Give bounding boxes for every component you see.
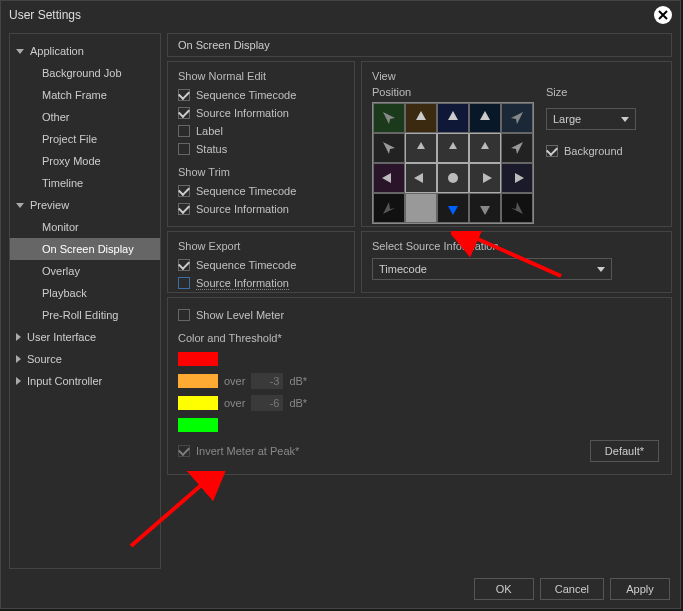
ssi-panel: Select Source Information Timecode	[361, 231, 672, 293]
export-title: Show Export	[178, 240, 344, 252]
swatch-orange[interactable]	[178, 374, 218, 388]
check-label[interactable]: Label	[178, 122, 344, 140]
ssi-title: Select Source Information	[372, 240, 661, 252]
check-trim-seq[interactable]: Sequence Timecode	[178, 182, 344, 200]
normal-edit-title: Show Normal Edit	[178, 70, 344, 82]
check-status[interactable]: Status	[178, 140, 344, 158]
color-threshold-label: Color and Threshold*	[178, 332, 661, 344]
sidebar-other[interactable]: Other	[10, 106, 160, 128]
size-select[interactable]: Large	[546, 108, 636, 130]
sidebar-monitor[interactable]: Monitor	[10, 216, 160, 238]
sidebar-proxy-mode[interactable]: Proxy Mode	[10, 150, 160, 172]
section-title: On Screen Display	[167, 33, 672, 57]
default-button[interactable]: Default*	[590, 440, 659, 462]
export-panel: Show Export Sequence Timecode Source Inf…	[167, 231, 355, 293]
svg-point-0	[448, 173, 458, 183]
ssi-select[interactable]: Timecode	[372, 258, 612, 280]
sidebar-preroll[interactable]: Pre-Roll Editing	[10, 304, 160, 326]
check-sequence-timecode[interactable]: Sequence Timecode	[178, 86, 344, 104]
trim-title: Show Trim	[178, 166, 344, 178]
apply-button[interactable]: Apply	[610, 578, 670, 600]
swatch-green[interactable]	[178, 418, 218, 432]
ok-button[interactable]: OK	[474, 578, 534, 600]
close-button[interactable]	[654, 6, 672, 24]
position-grid[interactable]	[372, 102, 534, 224]
swatch-red[interactable]	[178, 352, 218, 366]
sidebar-input-controller[interactable]: Input Controller	[10, 370, 160, 392]
sidebar-user-interface[interactable]: User Interface	[10, 326, 160, 348]
sidebar-project-file[interactable]: Project File	[10, 128, 160, 150]
threshold-2[interactable]	[251, 395, 283, 411]
check-source-information[interactable]: Source Information	[178, 104, 344, 122]
sidebar-match-frame[interactable]: Match Frame	[10, 84, 160, 106]
check-background[interactable]: Background	[546, 142, 636, 160]
sidebar-overlay[interactable]: Overlay	[10, 260, 160, 282]
check-invert-meter[interactable]: Invert Meter at Peak*	[178, 442, 661, 460]
sidebar-on-screen-display[interactable]: On Screen Display	[10, 238, 160, 260]
size-label: Size	[546, 86, 636, 98]
check-export-src[interactable]: Source Information	[178, 274, 344, 292]
cancel-button[interactable]: Cancel	[540, 578, 604, 600]
sidebar-background-job[interactable]: Background Job	[10, 62, 160, 84]
view-title: View	[372, 70, 661, 82]
sidebar-application[interactable]: Application	[10, 40, 160, 62]
position-label: Position	[372, 86, 534, 98]
sidebar-source[interactable]: Source	[10, 348, 160, 370]
sidebar-timeline[interactable]: Timeline	[10, 172, 160, 194]
check-show-level-meter[interactable]: Show Level Meter	[178, 306, 661, 324]
check-export-seq[interactable]: Sequence Timecode	[178, 256, 344, 274]
level-panel: Show Level Meter Color and Threshold* ov…	[167, 297, 672, 475]
dialog-title: User Settings	[9, 8, 81, 22]
threshold-1[interactable]	[251, 373, 283, 389]
check-trim-src[interactable]: Source Information	[178, 200, 344, 218]
view-panel: View Position	[361, 61, 672, 227]
sidebar-playback[interactable]: Playback	[10, 282, 160, 304]
sidebar-preview[interactable]: Preview	[10, 194, 160, 216]
normal-edit-panel: Show Normal Edit Sequence Timecode Sourc…	[167, 61, 355, 227]
swatch-yellow[interactable]	[178, 396, 218, 410]
sidebar: Application Background Job Match Frame O…	[9, 33, 161, 569]
